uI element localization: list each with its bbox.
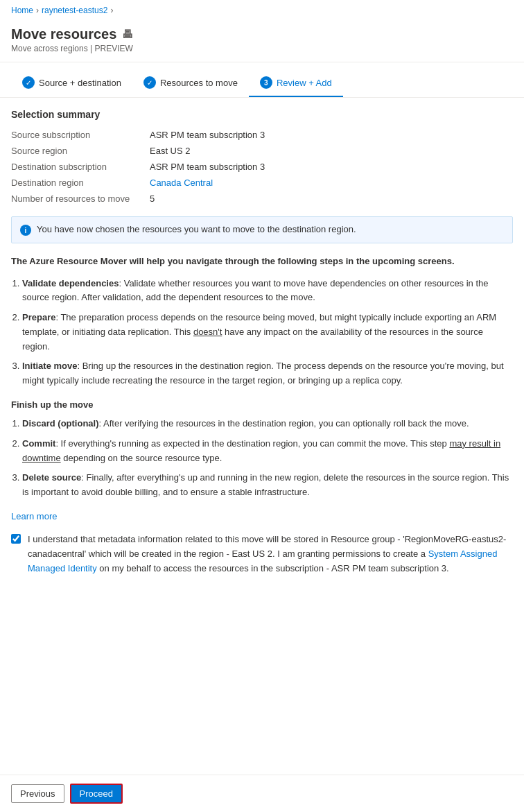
label-source-region: Source region [11, 144, 150, 157]
label-dest-region: Destination region [11, 176, 150, 189]
tab-label-3: Review + Add [277, 78, 332, 88]
finish-step-1-text: : After verifying the resources in the d… [99, 418, 469, 429]
finish-title: Finish up the move [11, 399, 513, 410]
tab-resources-to-move[interactable]: ✓ Resources to move [132, 71, 249, 97]
print-icon[interactable]: 🖶 [122, 28, 133, 41]
tab-num-badge-3: 3 [260, 76, 272, 89]
info-circle-icon: i [20, 225, 31, 236]
step-1-title: Validate dependencies [22, 278, 119, 288]
value-source-region: East US 2 [150, 144, 513, 157]
value-source-subscription: ASR PM team subscription 3 [150, 128, 513, 141]
finish-step-2-text: : If everything's running as expected in… [22, 438, 500, 463]
main-content: Selection summary Source subscription AS… [0, 98, 524, 775]
breadcrumb-home[interactable]: Home [11, 6, 33, 15]
info-box-text: You have now chosen the resources you wa… [37, 224, 356, 234]
breadcrumb-sep1: › [36, 6, 39, 15]
main-description: The Azure Resource Mover will help you n… [11, 254, 513, 268]
page-header: Move resources 🖶 Move across regions | P… [0, 21, 524, 62]
finish-step-3: Delete source: Finally, after everything… [22, 471, 513, 500]
consent-text: I understand that metadata information r… [28, 533, 513, 576]
breadcrumb: Home › raynetest-eastus2 › [0, 0, 524, 21]
finish-step-1: Discard (optional): After verifying the … [22, 417, 513, 431]
tab-review-add[interactable]: 3 Review + Add [249, 71, 343, 97]
finish-step-3-text: : Finally, after everything's up and run… [22, 472, 509, 497]
page-title-text: Move resources [11, 26, 116, 42]
tab-label-1: Source + destination [39, 78, 121, 88]
selection-summary-title: Selection summary [11, 109, 513, 120]
steps-list: Validate dependencies: Validate whether … [22, 277, 513, 389]
breadcrumb-sep2: › [110, 6, 113, 15]
finish-step-1-title: Discard (optional) [22, 418, 99, 429]
tabs-container: ✓ Source + destination ✓ Resources to mo… [0, 62, 524, 98]
finish-step-2: Commit: If everything's running as expec… [22, 437, 513, 466]
learn-more-link[interactable]: Learn more [11, 511, 57, 521]
step-3-text: : Bring up the resources in the destinat… [22, 361, 504, 386]
value-dest-subscription: ASR PM team subscription 3 [150, 160, 513, 173]
proceed-button[interactable]: Proceed [70, 784, 123, 804]
finish-steps-list: Discard (optional): After verifying the … [22, 417, 513, 500]
step-2-text: : The preparation process depends on the… [22, 312, 496, 352]
summary-grid: Source subscription ASR PM team subscrip… [11, 128, 513, 205]
finish-step-2-title: Commit [22, 438, 55, 449]
step-3-title: Initiate move [22, 361, 77, 371]
tab-label-2: Resources to move [160, 78, 238, 88]
label-source-subscription: Source subscription [11, 128, 150, 141]
consent-text-after: on my behalf to access the resources in … [97, 563, 449, 573]
step-3: Initiate move: Bring up the resources in… [22, 359, 513, 388]
info-box: i You have now chosen the resources you … [11, 216, 513, 243]
value-num-resources: 5 [150, 192, 513, 205]
breadcrumb-resource[interactable]: raynetest-eastus2 [42, 6, 107, 15]
label-num-resources: Number of resources to move [11, 192, 150, 205]
previous-button[interactable]: Previous [11, 784, 64, 803]
footer: Previous Proceed [0, 775, 524, 812]
step-2: Prepare: The preparation process depends… [22, 311, 513, 354]
value-dest-region: Canada Central [150, 176, 513, 189]
tab-check-icon-1: ✓ [22, 76, 35, 89]
label-dest-subscription: Destination subscription [11, 160, 150, 173]
step-2-title: Prepare [22, 312, 55, 322]
page-subtitle: Move across regions | PREVIEW [11, 44, 513, 53]
tab-source-destination[interactable]: ✓ Source + destination [11, 71, 132, 97]
consent-checkbox[interactable] [11, 534, 21, 544]
finish-step-3-title: Delete source [22, 472, 81, 483]
step-1: Validate dependencies: Validate whether … [22, 277, 513, 306]
tab-check-icon-2: ✓ [143, 76, 156, 89]
consent-area: I understand that metadata information r… [11, 533, 513, 576]
